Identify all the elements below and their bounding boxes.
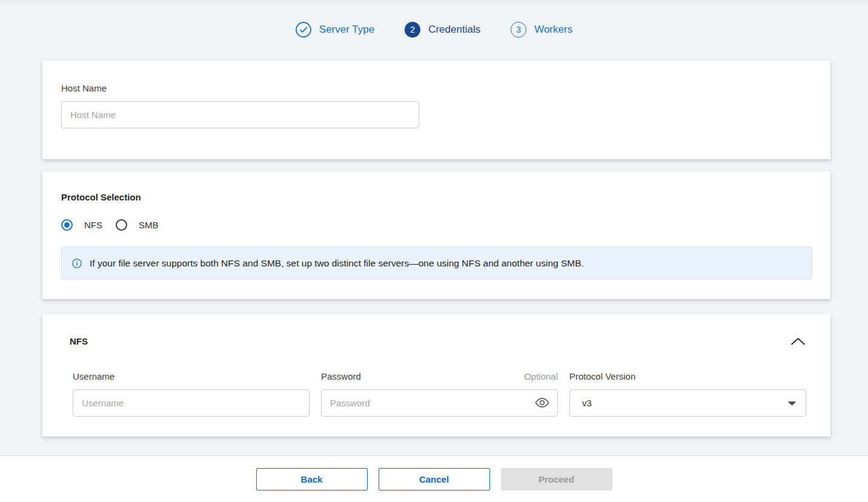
step-workers[interactable]: 3 Workers <box>511 22 572 38</box>
radio-label: NFS <box>84 220 102 230</box>
radio-selected-icon <box>61 219 73 231</box>
username-input[interactable] <box>73 389 310 417</box>
wizard-stepper: Server Type 2 Credentials 3 Workers <box>0 0 868 59</box>
protocol-selection-card: Protocol Selection NFS SMB If your file … <box>42 171 830 299</box>
wizard-footer: Back Cancel Proceed <box>0 455 868 502</box>
check-circle-icon <box>296 22 311 38</box>
protocol-version-label: Protocol Version <box>569 371 635 381</box>
info-circle-icon <box>72 259 82 268</box>
step-credentials[interactable]: 2 Credentials <box>405 22 480 38</box>
nfs-card-header: NFS <box>70 336 807 346</box>
nfs-fields-row: Username Password Optional <box>73 371 807 417</box>
username-label: Username <box>73 371 114 381</box>
host-name-label: Host Name <box>61 83 812 93</box>
eye-icon <box>534 401 550 411</box>
radio-label: SMB <box>139 220 159 230</box>
password-input[interactable] <box>321 389 558 417</box>
step-label: Credentials <box>428 24 480 36</box>
step-server-type[interactable]: Server Type <box>296 22 374 38</box>
protocol-selection-title: Protocol Selection <box>61 192 812 202</box>
radio-option-smb[interactable]: SMB <box>116 219 159 231</box>
username-field-group: Username <box>73 371 310 417</box>
password-label: Password <box>321 371 361 381</box>
step-number-badge: 2 <box>405 22 420 38</box>
host-name-card: Host Name <box>42 61 830 159</box>
radio-unselected-icon <box>116 219 127 231</box>
caret-down-icon <box>788 401 796 406</box>
proceed-button[interactable]: Proceed <box>501 468 612 490</box>
protocol-version-value: v3 <box>582 398 592 408</box>
collapse-section-button[interactable] <box>789 336 807 346</box>
protocol-radio-group: NFS SMB <box>61 219 812 231</box>
step-number-badge: 3 <box>511 22 526 38</box>
add-file-server-wizard: Server Type 2 Credentials 3 Workers Host… <box>0 0 868 502</box>
password-reveal-button[interactable] <box>534 396 550 409</box>
password-optional-tag: Optional <box>524 371 558 381</box>
step-label: Workers <box>534 24 572 36</box>
protocol-version-select[interactable]: v3 <box>569 389 806 417</box>
info-banner-text: If your file server supports both NFS an… <box>90 258 584 269</box>
step-label: Server Type <box>319 24 374 36</box>
chevron-up-icon <box>790 337 806 345</box>
nfs-credentials-card: NFS Username Password Optional <box>42 314 830 437</box>
nfs-card-title: NFS <box>70 336 88 346</box>
back-button[interactable]: Back <box>256 468 368 490</box>
host-name-input[interactable] <box>61 101 419 128</box>
protocol-version-field-group: Protocol Version v3 <box>569 371 806 417</box>
password-field-group: Password Optional <box>321 371 558 417</box>
radio-option-nfs[interactable]: NFS <box>61 219 102 231</box>
protocol-info-banner: If your file server supports both NFS an… <box>61 246 812 280</box>
cancel-button[interactable]: Cancel <box>379 468 490 490</box>
